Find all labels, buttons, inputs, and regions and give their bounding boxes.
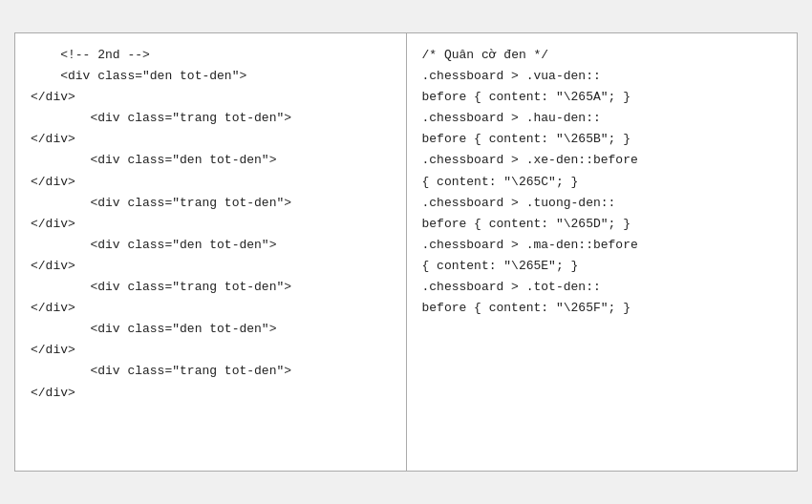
left-code-line: </div> <box>31 383 391 404</box>
right-code-line: /* Quân cờ đen */ <box>422 45 782 66</box>
left-code-line: </div> <box>31 129 391 150</box>
right-code-line: { content: "\265E"; } <box>422 256 782 277</box>
left-code-line: <div class="trang tot-den"> <box>31 277 391 298</box>
left-code-line: <div class="trang tot-den"> <box>31 108 391 129</box>
right-code-line: .chessboard > .ma-den::before <box>422 235 782 256</box>
right-code-line: .chessboard > .xe-den::before <box>422 150 782 171</box>
left-code-line: <div class="trang tot-den"> <box>31 361 391 382</box>
left-code-line: </div> <box>31 298 391 319</box>
right-code-line: .chessboard > .tuong-den:: <box>422 193 782 214</box>
right-code-line: .chessboard > .vua-den:: <box>422 66 782 87</box>
right-code-line: .chessboard > .hau-den:: <box>422 108 782 129</box>
left-code-line: <div class="den tot-den"> <box>31 235 391 256</box>
left-code-line: </div> <box>31 256 391 277</box>
left-code-line: <div class="den tot-den"> <box>31 150 391 171</box>
right-code-line: before { content: "\265B"; } <box>422 129 782 150</box>
left-code-line: </div> <box>31 214 391 235</box>
left-code-line: </div> <box>31 340 391 361</box>
right-panel: /* Quân cờ đen */.chessboard > .vua-den:… <box>407 33 798 471</box>
left-panel: <!-- 2nd --> <div class="den tot-den"></… <box>15 33 407 471</box>
left-code-line: </div> <box>31 172 391 193</box>
left-code-line: <div class="den tot-den"> <box>31 66 391 87</box>
left-code-line: <!-- 2nd --> <box>31 45 391 66</box>
left-code-line: <div class="den tot-den"> <box>31 319 391 340</box>
right-code-line: before { content: "\265F"; } <box>422 298 782 319</box>
code-container: <!-- 2nd --> <div class="den tot-den"></… <box>14 32 798 472</box>
right-code-line: before { content: "\265D"; } <box>422 214 782 235</box>
right-code-line: { content: "\265C"; } <box>422 172 782 193</box>
left-code-line: <div class="trang tot-den"> <box>31 193 391 214</box>
right-code-line: .chessboard > .tot-den:: <box>422 277 782 298</box>
right-code-line: before { content: "\265A"; } <box>422 87 782 108</box>
left-code-line: </div> <box>31 87 391 108</box>
